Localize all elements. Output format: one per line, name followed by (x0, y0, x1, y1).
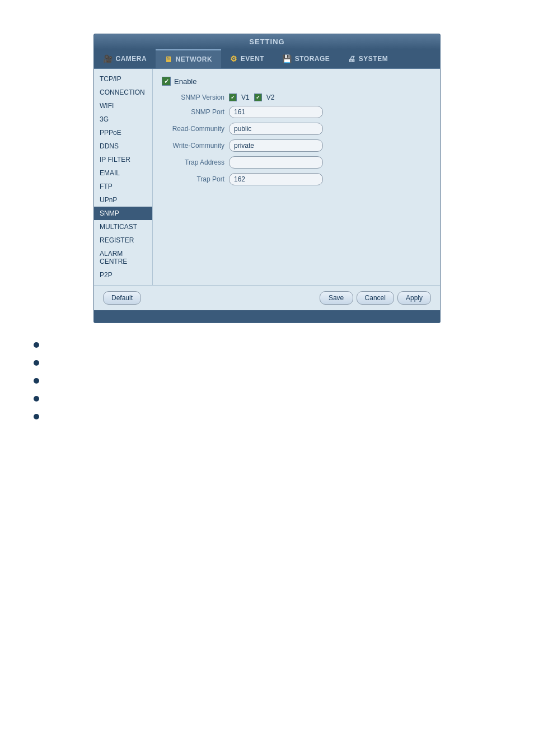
trap-address-row: Trap Address (162, 156, 431, 169)
snmp-version-label: SNMP Version (162, 94, 229, 101)
storage-icon: 💾 (282, 54, 292, 63)
bullet-3 (34, 376, 500, 384)
write-community-label: Write-Community (162, 142, 229, 150)
tab-network-label: NETWORK (176, 55, 213, 63)
sidebar-item-email[interactable]: EMAIL (94, 166, 152, 180)
read-community-label: Read-Community (162, 125, 229, 133)
trap-address-value (229, 156, 323, 169)
sidebar-item-pppoe[interactable]: PPPoE (94, 126, 152, 139)
tab-storage-label: STORAGE (295, 55, 330, 63)
bullet-dot-2 (34, 360, 39, 366)
sidebar-item-connection[interactable]: CONNECTION (94, 86, 152, 99)
bullet-dot-3 (34, 378, 39, 384)
bullet-dot-5 (34, 414, 39, 419)
enable-row: Enable (162, 77, 431, 86)
trap-port-label: Trap Port (162, 175, 229, 183)
write-community-input[interactable] (229, 139, 323, 152)
sidebar-item-3g[interactable]: 3G (94, 113, 152, 126)
default-button-wrap: Default (103, 291, 141, 305)
page-wrapper: SETTING 🎥 CAMERA 🖥 NETWORK ⚙ EVENT 💾 STO… (0, 0, 534, 756)
sidebar: TCP/IP CONNECTION WIFI 3G PPPoE DDNS (94, 69, 153, 285)
snmp-port-row: SNMP Port (162, 106, 431, 118)
event-icon: ⚙ (230, 54, 238, 63)
snmp-port-value (229, 106, 323, 118)
tab-network[interactable]: 🖥 NETWORK (156, 49, 221, 68)
bullet-4 (34, 394, 500, 402)
bullet-5 (34, 412, 500, 419)
cancel-button[interactable]: Cancel (357, 291, 394, 305)
write-community-row: Write-Community (162, 139, 431, 152)
notes-section (11, 323, 523, 446)
sidebar-item-register[interactable]: REGISTER (94, 234, 152, 247)
trap-port-input[interactable] (229, 173, 323, 185)
tab-system[interactable]: 🖨 SYSTEM (339, 49, 397, 68)
trap-port-value (229, 173, 323, 185)
network-icon: 🖥 (165, 55, 173, 64)
v2-checkbox[interactable] (254, 94, 262, 101)
sidebar-item-wifi[interactable]: WIFI (94, 99, 152, 113)
dialog-body: TCP/IP CONNECTION WIFI 3G PPPoE DDNS (94, 69, 440, 285)
sidebar-item-ipfilter[interactable]: IP FILTER (94, 153, 152, 166)
enable-label: Enable (174, 77, 196, 86)
enable-checkbox[interactable] (162, 77, 171, 86)
read-community-input[interactable] (229, 123, 323, 135)
sidebar-item-upnp[interactable]: UPnP (94, 193, 152, 207)
dialog-bottom-bar (94, 310, 440, 323)
bullet-dot-1 (34, 342, 39, 348)
sidebar-item-tcpip[interactable]: TCP/IP (94, 72, 152, 86)
read-community-row: Read-Community (162, 123, 431, 135)
dialog-title-text: SETTING (249, 38, 284, 46)
snmp-version-value: V1 V2 (229, 94, 274, 101)
tab-camera-label: CAMERA (116, 55, 147, 63)
sidebar-item-alarmcentre[interactable]: ALARM CENTRE (94, 247, 152, 268)
setting-dialog: SETTING 🎥 CAMERA 🖥 NETWORK ⚙ EVENT 💾 STO… (93, 34, 441, 323)
bullet-1 (34, 340, 500, 348)
system-icon: 🖨 (348, 54, 356, 63)
v1-checkbox[interactable] (229, 94, 237, 101)
tab-event[interactable]: ⚙ EVENT (221, 49, 273, 68)
apply-button[interactable]: Apply (397, 291, 431, 305)
trap-address-label: Trap Address (162, 158, 229, 166)
trap-address-input[interactable] (229, 156, 323, 169)
tab-event-label: EVENT (241, 55, 265, 63)
sidebar-item-p2p[interactable]: P2P (94, 268, 152, 282)
bullet-dot-4 (34, 396, 39, 402)
sidebar-item-snmp[interactable]: SNMP (94, 207, 152, 220)
sidebar-item-ddns[interactable]: DDNS (94, 139, 152, 153)
tab-camera[interactable]: 🎥 CAMERA (94, 49, 156, 68)
snmp-port-label: SNMP Port (162, 108, 229, 116)
trap-port-row: Trap Port (162, 173, 431, 185)
top-tabs: 🎥 CAMERA 🖥 NETWORK ⚙ EVENT 💾 STORAGE 🖨 S… (94, 49, 440, 69)
save-button[interactable]: Save (320, 291, 353, 305)
dialog-title: SETTING (94, 34, 440, 49)
snmp-port-input[interactable] (229, 106, 323, 118)
tab-system-label: SYSTEM (359, 55, 388, 63)
action-buttons: Save Cancel Apply (320, 291, 431, 305)
tab-storage[interactable]: 💾 STORAGE (273, 49, 339, 68)
read-community-value (229, 123, 323, 135)
snmp-version-row: SNMP Version V1 V2 (162, 94, 431, 101)
v1-label: V1 (241, 94, 250, 101)
bullet-2 (34, 358, 500, 366)
main-panel: Enable SNMP Version V1 V2 SNMP Port (153, 69, 440, 285)
camera-icon: 🎥 (103, 54, 113, 63)
v2-label: V2 (266, 94, 275, 101)
default-button[interactable]: Default (103, 291, 141, 305)
sidebar-item-ftp[interactable]: FTP (94, 180, 152, 193)
write-community-value (229, 139, 323, 152)
dialog-footer: Default Save Cancel Apply (94, 285, 440, 310)
sidebar-item-multicast[interactable]: MULTICAST (94, 220, 152, 234)
